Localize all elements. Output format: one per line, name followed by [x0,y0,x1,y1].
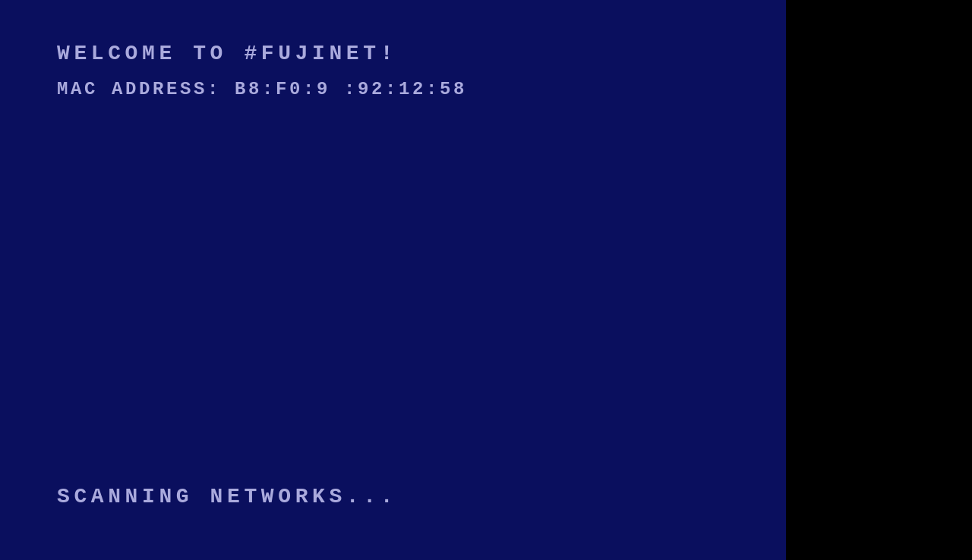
mac-address-line: MAC Address: B8:F0:9 :92:12:58 [57,79,786,99]
retro-screen: WELCOME TO #FUJINET! MAC Address: B8:F0:… [0,0,786,560]
mac-label: MAC Address: [57,79,221,99]
welcome-text: WELCOME TO #FUJINET! [57,42,786,65]
black-bar [786,0,972,560]
scanning-text: SCANNING NETWORKS... [57,485,397,508]
screen-content: WELCOME TO #FUJINET! MAC Address: B8:F0:… [0,0,786,560]
mac-value: B8:F0:9 :92:12:58 [235,79,467,99]
